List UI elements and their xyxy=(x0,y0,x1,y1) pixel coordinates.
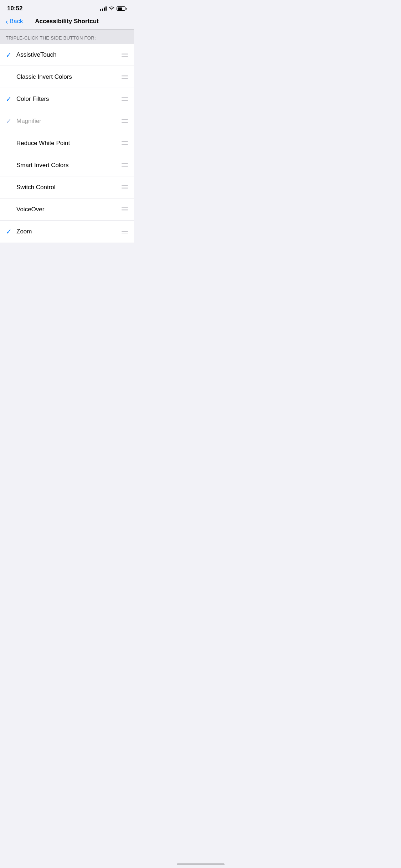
checkmark-zoom: ✓ xyxy=(6,227,16,236)
section-header: TRIPLE-CLICK THE SIDE BUTTON FOR: xyxy=(0,30,134,44)
section-header-text: TRIPLE-CLICK THE SIDE BUTTON FOR: xyxy=(6,35,96,41)
reorder-icon-switch-control[interactable] xyxy=(117,185,128,189)
reorder-icon-classic-invert-colors[interactable] xyxy=(117,75,128,79)
item-label-switch-control: Switch Control xyxy=(16,184,117,191)
reorder-icon-reduce-white-point[interactable] xyxy=(117,141,128,145)
item-label-zoom: Zoom xyxy=(16,228,117,235)
nav-bar: ‹ Back Accessibility Shortcut xyxy=(0,15,134,30)
status-time: 10:52 xyxy=(7,5,22,12)
checkmark-color-filters: ✓ xyxy=(6,95,16,103)
item-label-classic-invert-colors: Classic Invert Colors xyxy=(16,73,117,81)
item-label-reduce-white-point: Reduce White Point xyxy=(16,140,117,147)
item-label-smart-invert-colors: Smart Invert Colors xyxy=(16,162,117,169)
checkmark-magnifier: ✓ xyxy=(6,117,16,125)
list-item-smart-invert-colors[interactable]: Smart Invert Colors xyxy=(0,154,134,176)
back-chevron-icon: ‹ xyxy=(6,18,8,25)
reorder-icon-zoom[interactable] xyxy=(117,230,128,234)
list-item-classic-invert-colors[interactable]: Classic Invert Colors xyxy=(0,66,134,88)
back-button[interactable]: ‹ Back xyxy=(6,18,31,25)
item-label-magnifier: Magnifier xyxy=(16,118,117,125)
list-item-reduce-white-point[interactable]: Reduce White Point xyxy=(0,132,134,154)
list-item-assistive-touch[interactable]: ✓AssistiveTouch xyxy=(0,44,134,66)
footer-area xyxy=(0,243,134,386)
item-label-voice-over: VoiceOver xyxy=(16,206,117,213)
checkmark-assistive-touch: ✓ xyxy=(6,51,16,59)
status-icons xyxy=(100,6,127,11)
accessibility-options-list: ✓AssistiveTouchClassic Invert Colors✓Col… xyxy=(0,44,134,243)
back-label: Back xyxy=(10,18,23,25)
list-item-zoom[interactable]: ✓Zoom xyxy=(0,221,134,243)
reorder-icon-smart-invert-colors[interactable] xyxy=(117,163,128,167)
wifi-icon xyxy=(109,6,114,11)
list-item-switch-control[interactable]: Switch Control xyxy=(0,176,134,198)
reorder-icon-color-filters[interactable] xyxy=(117,97,128,101)
signal-bars-icon xyxy=(100,6,107,11)
item-label-assistive-touch: AssistiveTouch xyxy=(16,51,117,58)
list-item-magnifier[interactable]: ✓Magnifier xyxy=(0,110,134,132)
list-item-voice-over[interactable]: VoiceOver xyxy=(0,198,134,221)
list-item-color-filters[interactable]: ✓Color Filters xyxy=(0,88,134,110)
battery-icon xyxy=(117,6,127,11)
reorder-icon-magnifier[interactable] xyxy=(117,119,128,123)
status-bar: 10:52 xyxy=(0,0,134,15)
reorder-icon-voice-over[interactable] xyxy=(117,207,128,211)
page-title: Accessibility Shortcut xyxy=(31,18,103,25)
item-label-color-filters: Color Filters xyxy=(16,95,117,103)
reorder-icon-assistive-touch[interactable] xyxy=(117,53,128,57)
